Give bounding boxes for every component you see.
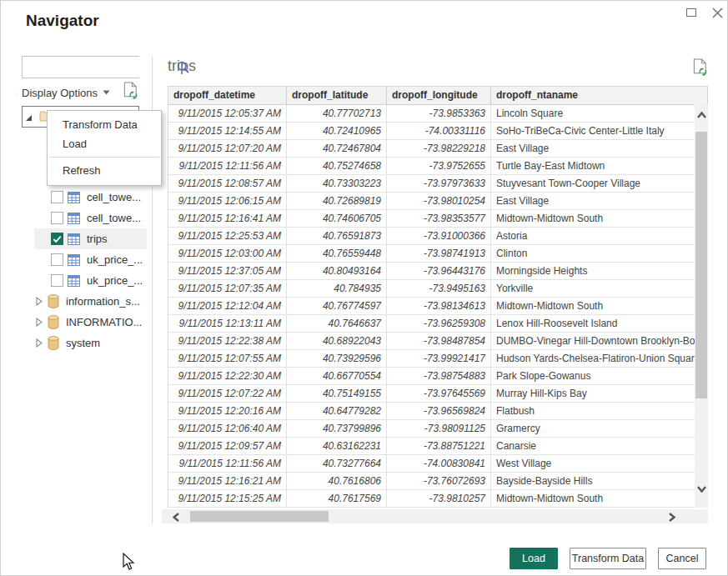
table-cell: 9/11/2015 12:07:20 AM (168, 140, 287, 158)
expand-arrow-icon (25, 114, 33, 122)
table-icon (68, 192, 80, 203)
table-cell: 9/11/2015 12:25:53 AM (168, 228, 287, 245)
table-cell: 9/11/2015 12:11:56 AM (168, 455, 287, 473)
close-icon (712, 8, 723, 18)
table-row: 9/11/2015 12:11:56 AM40.73277664-74.0083… (168, 455, 695, 473)
table-cell: 40.7616806 (287, 473, 387, 490)
table-cell: -74.00830841 (387, 455, 491, 473)
close-button[interactable] (708, 4, 726, 21)
transform-data-button[interactable]: Transform Data (570, 548, 646, 569)
load-button[interactable]: Load (510, 548, 558, 569)
database-icon (48, 294, 59, 308)
table-cell: Gramercy (491, 420, 695, 438)
table-cell: 9/11/2015 12:07:35 AM (168, 280, 287, 298)
table-cell: -73.98353577 (387, 210, 491, 228)
chevron-down-icon (103, 90, 110, 95)
scroll-left-icon[interactable] (173, 513, 179, 522)
tree-item-uk-price[interactable]: uk_price_... (22, 249, 147, 270)
checkbox[interactable] (51, 253, 63, 266)
table-row: 9/11/2015 12:06:15 AM40.72689819-73.9801… (168, 193, 695, 210)
scroll-down-icon[interactable] (697, 486, 706, 493)
navigator-dialog: Navigator Display Options (0, 0, 728, 576)
refresh-list-button[interactable] (123, 81, 138, 104)
preview-table: dropoff_datetimedropoff_latitudedropoff_… (168, 86, 708, 508)
display-options-dropdown[interactable]: Display Options (22, 87, 98, 99)
table-cell: -73.91000366 (387, 228, 491, 245)
checkbox[interactable] (51, 233, 63, 245)
horizontal-scroll-thumb[interactable] (190, 511, 329, 522)
database-icon (48, 315, 59, 329)
table-cell: 9/11/2015 12:16:41 AM (168, 210, 287, 228)
table-cell: -73.96259308 (387, 315, 491, 333)
tree-item-label: cell_towe... (87, 212, 141, 224)
table-cell: Yorkville (491, 280, 695, 298)
mouse-cursor (123, 553, 135, 570)
table-cell: -73.9495163 (387, 280, 491, 298)
maximize-icon (686, 8, 696, 17)
horizontal-scrollbar[interactable] (162, 509, 708, 523)
collapse-arrow-icon[interactable] (36, 338, 43, 348)
table-header-row: dropoff_datetimedropoff_latitudedropoff_… (168, 87, 708, 105)
scroll-right-icon[interactable] (669, 513, 675, 522)
collapse-arrow-icon[interactable] (36, 297, 43, 306)
refresh-page-icon (123, 81, 138, 101)
table-icon (68, 275, 80, 287)
tree-item-cell-towe[interactable]: cell_towe... (22, 187, 147, 208)
table-cell: 40.7646637 (287, 315, 387, 333)
menu-item-load[interactable]: Load (48, 134, 161, 153)
scroll-up-icon[interactable] (697, 112, 706, 118)
checkbox[interactable] (51, 274, 63, 287)
column-header-dropoff_ntaname: dropoff_ntaname (491, 87, 708, 105)
table-cell: Bayside-Bayside Hills (491, 473, 695, 490)
collapse-arrow-icon[interactable] (36, 318, 43, 327)
table-cell: 9/11/2015 12:06:15 AM (168, 193, 287, 210)
tree-item-system[interactable]: system (22, 333, 147, 353)
table-cell: 9/11/2015 12:22:30 AM (168, 368, 287, 385)
search-input[interactable] (23, 57, 176, 78)
table-cell: 9/11/2015 12:06:40 AM (168, 420, 287, 438)
table-cell: 9/11/2015 12:11:56 AM (168, 158, 287, 175)
search-box[interactable] (22, 56, 139, 78)
cancel-button[interactable]: Cancel (658, 548, 706, 569)
tree-item-label: INFORMATIO... (66, 316, 142, 328)
table-cell: 40.66770554 (287, 368, 387, 385)
database-icon (48, 336, 59, 350)
table-cell: SoHo-TriBeCa-Civic Center-Little Italy (491, 123, 695, 140)
tree-item-information-s[interactable]: information_s... (22, 291, 147, 312)
tree-item-cell-towe[interactable]: cell_towe... (22, 208, 147, 228)
table-cell: -73.97645569 (387, 385, 491, 403)
tree-item-informatio[interactable]: INFORMATIO... (22, 312, 147, 333)
table-cell: -73.96443176 (387, 263, 491, 280)
table-cell: 9/11/2015 12:12:04 AM (168, 298, 287, 315)
table-cell: -73.98229218 (387, 140, 491, 158)
table-cell: Stuyvesant Town-Cooper Village (491, 175, 695, 193)
checkbox[interactable] (51, 212, 63, 224)
table-cell: 40.72467804 (287, 140, 387, 158)
tree-item-uk-price[interactable]: uk_price_... (22, 270, 147, 291)
table-cell: Midtown-Midtown South (491, 210, 695, 228)
preview-title: trips (168, 58, 196, 75)
vertical-scrollbar[interactable] (695, 104, 708, 508)
table-cell: Canarsie (491, 438, 695, 455)
table-cell: DUMBO-Vinegar Hill-Downtown Brooklyn-Boe… (491, 333, 695, 350)
checkbox[interactable] (51, 191, 63, 203)
vertical-scroll-thumb[interactable] (695, 132, 707, 398)
table-cell: East Village (491, 140, 695, 158)
tree-item-label: cell_towe... (87, 191, 141, 203)
table-cell: Flatbush (491, 403, 695, 420)
table-cell: 40.73277664 (287, 455, 387, 473)
table-row: 9/11/2015 12:37:05 AM40.80493164-73.9644… (168, 263, 695, 280)
menu-item-refresh[interactable]: Refresh (48, 161, 161, 180)
menu-item-transform-data[interactable]: Transform Data (48, 115, 161, 134)
table-icon (68, 213, 80, 224)
table-cell: Midtown-Midtown South (491, 298, 695, 315)
maximize-button[interactable] (682, 4, 700, 21)
tree-item-trips[interactable]: trips (34, 228, 147, 249)
refresh-preview-button[interactable] (692, 58, 708, 81)
table-cell: 40.73929596 (287, 350, 387, 368)
table-cell: West Village (491, 455, 695, 473)
table-cell: 40.75274658 (287, 158, 387, 175)
table-cell: 9/11/2015 12:07:55 AM (168, 350, 287, 368)
table-row: 9/11/2015 12:22:38 AM40.68922043-73.9848… (168, 333, 695, 350)
tree-item-label: system (66, 337, 100, 349)
